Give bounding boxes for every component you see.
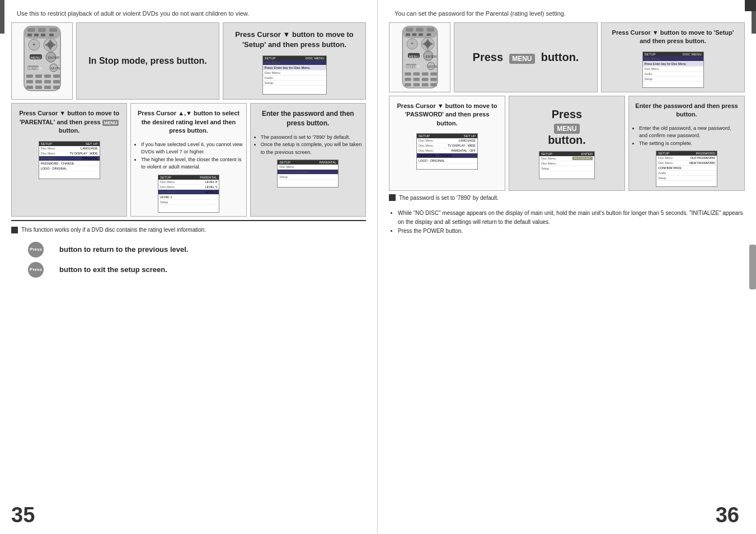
left-page: Use this to restrict playback of adult o… xyxy=(0,0,378,534)
svg-text:MENU: MENU xyxy=(31,56,41,59)
press-return-btn[interactable]: Press xyxy=(28,242,44,257)
svg-text:ENTER: ENTER xyxy=(48,56,60,59)
svg-rect-42 xyxy=(406,33,410,36)
svg-rect-36 xyxy=(53,86,60,89)
password-default-text: The password is set to '7890' by default… xyxy=(399,195,499,201)
svg-rect-7 xyxy=(41,34,45,36)
svg-text:+: + xyxy=(32,41,36,48)
svg-rect-70 xyxy=(405,83,411,87)
press-cursor-password-cell: Press Cursor ▼ button to move to 'PASSWO… xyxy=(389,96,505,191)
svg-text:ENTER: ENTER xyxy=(425,55,436,58)
bullet-black-1 xyxy=(11,227,18,233)
right-bottom-notes: While "NO DISC" message appears on the d… xyxy=(389,209,745,236)
screen-mockup-5: SETUP PARENTAL Disc Menu ENTER PASSWORD … xyxy=(277,160,339,188)
screen-r1: SETUP DISC MENU Disc Menu Press Enter ke… xyxy=(642,51,704,88)
svg-rect-29 xyxy=(26,80,33,83)
left-intro-text: Use this to restrict playback of adult o… xyxy=(17,10,366,17)
svg-rect-32 xyxy=(53,80,60,83)
svg-rect-68 xyxy=(421,78,428,81)
bottom-note-text: This function works only if a DVD disc c… xyxy=(21,227,206,233)
svg-rect-69 xyxy=(430,78,437,81)
svg-rect-2 xyxy=(27,28,35,32)
svg-rect-67 xyxy=(413,78,420,81)
screen1-header-left: SETUP xyxy=(265,57,276,60)
press-cursor-password-text: Press Cursor ▼ button to move to 'PASSWO… xyxy=(393,100,501,130)
screen1-header-right: DISC MENU xyxy=(306,57,325,60)
svg-text:MENU: MENU xyxy=(408,55,418,58)
svg-rect-62 xyxy=(405,72,411,76)
press-cursor-parental-text: Press Cursor ▼ button to move to 'PARENT… xyxy=(15,107,123,137)
press-cursor-rating-text: Press Cursor ▲,▼ button to select the de… xyxy=(134,107,242,137)
press-btn-cell-r1: Press MENU button. xyxy=(454,22,598,92)
press-cursor-setup-text: Press Cursor ▼ button to move to 'Setup'… xyxy=(228,27,361,52)
top-bar-left xyxy=(0,0,4,34)
password-right-note-2: The setting is complete. xyxy=(639,140,741,148)
screen-mockup-3: SETUP SET UP Disc Menu LANGUAGE Disc Men… xyxy=(39,141,100,179)
screen-r5: SETUP PASSWORD Disc Menu OLD PASSWORD Di… xyxy=(656,151,717,187)
svg-rect-26 xyxy=(35,74,42,78)
right-bottom-note-1: While "NO DISC" message appears on the d… xyxy=(398,209,745,227)
password-right-notes: Enter the old password, a new password, … xyxy=(632,125,741,148)
screen1-row4: Audio xyxy=(263,76,326,81)
screen-mockup-1: SETUP DISC MENU Disc Menu Press Enter ke… xyxy=(262,55,327,95)
screen-mockup-4: SETUP PARENTAL Disc Menu LEVEL 8 Disc Me… xyxy=(158,175,219,213)
page-container: Use this to restrict playback of adult o… xyxy=(0,0,756,534)
screen1-row5: Setup xyxy=(263,81,326,86)
press-cursor-setup-right-text: Press Cursor ▼ button to move to 'Setup'… xyxy=(605,26,741,48)
svg-rect-41 xyxy=(426,28,434,32)
press-cursor-parental-cell: Press Cursor ▼ button to move to 'PARENT… xyxy=(11,103,127,216)
svg-rect-8 xyxy=(49,34,54,36)
right-intro-text: You can set the password for the Parenta… xyxy=(395,10,745,17)
svg-rect-25 xyxy=(26,74,33,78)
svg-rect-3 xyxy=(38,28,46,32)
press-exit-btn[interactable]: Press xyxy=(28,262,44,278)
svg-rect-39 xyxy=(406,28,413,32)
press-cursor-rating-cell: Press Cursor ▲,▼ button to select the de… xyxy=(130,103,246,216)
remote-cell: + MENU ENTER RETURN xyxy=(11,22,73,100)
press-return-row: Press button to return to the previous l… xyxy=(28,242,366,257)
svg-text:MUTE: MUTE xyxy=(51,67,60,70)
svg-rect-5 xyxy=(27,34,32,36)
svg-rect-65 xyxy=(430,72,437,76)
svg-text:MUTE: MUTE xyxy=(428,65,437,68)
screen-r2: SETUP SET UP Disc Menu LANGUAGE Disc Men… xyxy=(416,133,478,170)
svg-text:RETURN: RETURN xyxy=(28,67,42,70)
rating-notes: If you have selected Level 6, you cannot… xyxy=(134,141,242,171)
svg-rect-66 xyxy=(405,78,411,81)
corner-black xyxy=(745,0,756,11)
press-btn-cell-r2: PressMENUbutton. SETUP ENTER Disc Menu P… xyxy=(509,96,625,191)
password-notes: The password is set to '7890' by default… xyxy=(254,134,362,157)
screen1-row2: Press Enter key for Disc Menu xyxy=(263,65,326,71)
svg-rect-27 xyxy=(44,74,51,78)
svg-rect-40 xyxy=(416,28,423,32)
screen1-row1: Disc Menu xyxy=(263,60,326,65)
svg-rect-71 xyxy=(413,83,420,87)
svg-rect-30 xyxy=(35,80,42,83)
press-section: Press button to return to the previous l… xyxy=(11,242,366,278)
remote-control-right-svg: + MENU ENTER RETURN MUTE xyxy=(396,25,444,90)
in-stop-mode-text: In Stop mode, press button. xyxy=(86,53,209,69)
svg-rect-73 xyxy=(430,83,437,87)
svg-rect-4 xyxy=(49,28,57,32)
enter-password-right-cell: Enter the password and then press button… xyxy=(628,96,745,191)
svg-rect-33 xyxy=(26,86,33,89)
screen1-row3: Disc Menu xyxy=(263,71,326,76)
svg-rect-43 xyxy=(412,33,416,36)
remote-control-svg: + MENU ENTER RETURN xyxy=(18,25,66,92)
svg-rect-34 xyxy=(35,86,42,89)
svg-rect-45 xyxy=(426,33,431,36)
enter-password-left-text: Enter the password and then press button… xyxy=(254,107,362,130)
svg-rect-31 xyxy=(44,80,51,83)
right-page: You can set the password for the Parenta… xyxy=(378,0,756,534)
svg-rect-35 xyxy=(44,86,51,89)
svg-text:+: + xyxy=(410,40,414,46)
press-return-label: button to return to the previous level. xyxy=(59,245,188,254)
bullet-black-2 xyxy=(389,194,396,201)
svg-rect-72 xyxy=(421,83,428,87)
svg-text:RETURN: RETURN xyxy=(406,65,420,68)
rating-note-1: If you have selected Level 6, you cannot… xyxy=(141,141,242,156)
password-note-2: Once the setup is complete, you will be … xyxy=(261,141,362,156)
svg-rect-63 xyxy=(413,72,420,76)
svg-rect-28 xyxy=(53,74,60,78)
scroll-tab[interactable] xyxy=(749,245,756,289)
